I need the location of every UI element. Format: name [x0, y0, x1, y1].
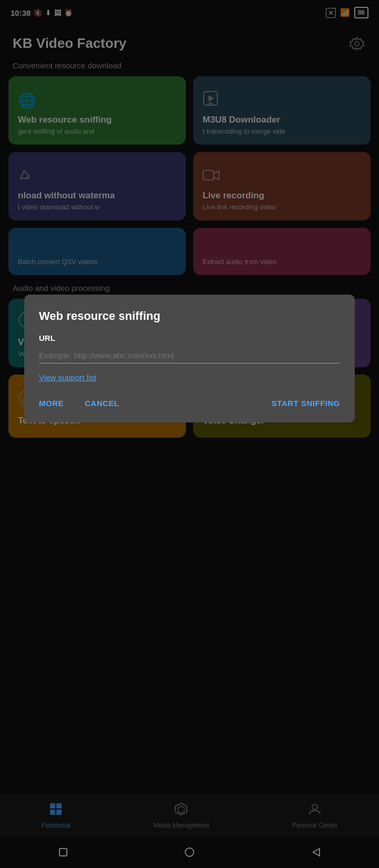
svg-marker-26 — [178, 806, 184, 813]
globe-icon: 🌐 — [18, 92, 176, 109]
sys-circle-button[interactable] — [182, 845, 197, 860]
close-icon: ✕ — [326, 8, 336, 18]
dialog-url-input[interactable] — [39, 348, 340, 364]
svg-marker-5 — [21, 171, 29, 178]
wifi-icon: 📶 — [340, 8, 350, 17]
svg-marker-3 — [208, 95, 214, 102]
eraser-icon — [18, 166, 176, 185]
status-right: ✕ 📶 86 — [326, 7, 368, 18]
dialog-actions: MORE CANCEL START SNIFFING — [39, 395, 340, 412]
nav-functional[interactable]: Functional — [42, 802, 71, 829]
svg-rect-7 — [203, 170, 214, 180]
svg-marker-8 — [214, 171, 219, 179]
status-bar: 10:38 🔇 ⬇ 🖼 ⏰ ✕ 📶 86 — [0, 0, 379, 25]
dialog-cancel-button[interactable]: CANCEL — [85, 395, 128, 412]
play-download-icon — [203, 90, 361, 109]
card-m3u8[interactable]: M3U8 Downloader t transcoding to merge v… — [193, 76, 371, 145]
convert-card-grid: Batch convert QSV videos Extract audio f… — [0, 228, 379, 275]
bottom-nav: Functional Media Management Personal Cen… — [0, 794, 379, 836]
dialog-title: Web resource sniffing — [39, 309, 340, 323]
system-nav-bar — [0, 836, 379, 868]
status-time: 10:38 🔇 ⬇ 🖼 ⏰ — [11, 8, 73, 17]
dialog-start-sniffing-button[interactable]: START SNIFFING — [272, 395, 340, 412]
person-icon — [308, 802, 322, 819]
media-icon — [174, 802, 188, 819]
card-watermark[interactable]: nload without waterma t video download w… — [8, 152, 186, 220]
battery-display: 86 — [354, 7, 368, 18]
mute-icon: 🔇 — [34, 9, 42, 17]
svg-rect-24 — [56, 810, 62, 815]
svg-marker-30 — [313, 849, 320, 856]
card-m3u8-title: M3U8 Downloader — [203, 115, 361, 125]
settings-button[interactable] — [347, 34, 366, 53]
dialog-more-button[interactable]: MORE — [39, 395, 72, 412]
card-extract-subtitle: Extract audio from video — [203, 258, 361, 266]
card-web-sniff[interactable]: 🌐 Web resource sniffing gent sniffing of… — [8, 76, 186, 145]
nav-personal-label: Personal Center — [292, 822, 338, 829]
download-icon: ⬇ — [45, 9, 51, 17]
card-extract-audio[interactable]: Extract audio from video — [193, 228, 371, 275]
app-title: KB Video Factory — [13, 35, 126, 52]
svg-marker-0 — [350, 37, 364, 50]
svg-point-27 — [312, 804, 317, 810]
card-live-rec[interactable]: Live recording Live link recording video — [193, 152, 371, 220]
svg-point-29 — [185, 848, 194, 856]
svg-rect-23 — [50, 810, 55, 815]
dialog-url-label: URL — [39, 334, 340, 342]
section-convenient-label: Convenient resource download — [0, 57, 379, 76]
card-watermark-title: nload without waterma — [18, 190, 176, 201]
dialog-support-link[interactable]: View support list — [39, 373, 340, 382]
photo-icon: 🖼 — [54, 9, 61, 17]
time-display: 10:38 — [11, 8, 31, 17]
card-batch-qsv[interactable]: Batch convert QSV videos — [8, 228, 186, 275]
svg-rect-28 — [59, 849, 67, 856]
nav-personal[interactable]: Personal Center — [292, 802, 338, 829]
video-camera-icon — [203, 168, 361, 185]
card-web-sniff-title: Web resource sniffing — [18, 115, 176, 125]
svg-point-1 — [355, 42, 359, 46]
app-header: KB Video Factory — [0, 25, 379, 57]
card-watermark-subtitle: t video download without w — [18, 203, 176, 211]
convenient-card-grid: 🌐 Web resource sniffing gent sniffing of… — [0, 76, 379, 228]
sys-back-button[interactable] — [308, 845, 323, 860]
nav-functional-label: Functional — [42, 822, 71, 829]
card-m3u8-subtitle: t transcoding to merge vide — [203, 127, 361, 135]
svg-rect-22 — [56, 803, 62, 809]
nav-media-label: Media Management — [153, 822, 209, 829]
nav-media[interactable]: Media Management — [153, 802, 209, 829]
card-web-sniff-subtitle: gent sniffing of audio and — [18, 127, 176, 135]
alarm-icon: ⏰ — [64, 9, 73, 17]
card-live-rec-subtitle: Live link recording video — [203, 203, 361, 211]
card-live-rec-title: Live recording — [203, 190, 361, 201]
sys-square-button[interactable] — [56, 845, 71, 860]
web-sniff-dialog: Web resource sniffing URL View support l… — [24, 295, 355, 422]
svg-rect-21 — [50, 803, 55, 809]
functional-icon — [49, 802, 63, 819]
card-batch-subtitle: Batch convert QSV videos — [18, 258, 176, 266]
